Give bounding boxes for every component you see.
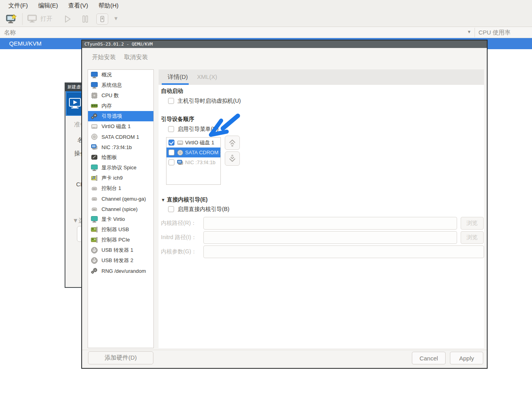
browse-button[interactable]: 浏览 <box>461 217 484 230</box>
kernel-field-input[interactable] <box>203 245 484 258</box>
boot-device-row[interactable]: VirtIO 磁盘 1 <box>166 138 220 148</box>
kernel-field-input[interactable] <box>203 231 457 244</box>
column-name[interactable]: 名称 <box>4 29 16 36</box>
boot-device-checkbox[interactable] <box>168 149 174 155</box>
chevron-down-icon: ▼ <box>113 15 119 21</box>
sidebar-item-label: 引导选项 <box>101 113 122 120</box>
begin-install-button[interactable]: 开始安装 <box>92 54 116 61</box>
menu-item[interactable]: 查看(V) <box>63 2 93 10</box>
sidebar-item-label: 控制器 PCIe <box>101 236 130 243</box>
column-separator <box>475 28 475 37</box>
sidebar-item-channel-(qemu-ga)[interactable]: Channel (qemu-ga) <box>88 194 153 204</box>
new-vm-button[interactable] <box>5 13 17 25</box>
sidebar-item-usb-转发器-1[interactable]: USB 转发器 1 <box>88 245 153 255</box>
autostart-checkbox-label[interactable]: 主机引导时启动虚拟机(U) <box>178 98 241 105</box>
disk-icon <box>177 139 184 146</box>
kernel-enable-checkbox[interactable] <box>168 206 174 212</box>
open-button[interactable]: 打开 <box>27 14 52 23</box>
nic-icon <box>90 143 98 151</box>
monitor-blue-icon <box>90 71 98 79</box>
boot-device-label: SATA CDROM 1 <box>185 149 223 155</box>
shutdown-button[interactable] <box>96 13 108 25</box>
sidebar-item-声卡-ich9[interactable]: 声卡 ich9 <box>88 173 153 183</box>
sidebar-item-virtio-磁盘-1[interactable]: VirtIO 磁盘 1 <box>88 121 153 132</box>
sidebar-item-label: Channel (spice) <box>101 206 138 212</box>
shutdown-menu-button[interactable]: ▼ <box>113 15 119 21</box>
cdrom-icon <box>90 133 98 141</box>
kernel-field-label: 内核路径(R)： <box>161 220 196 227</box>
move-down-button[interactable] <box>225 151 240 166</box>
sort-caret-icon[interactable]: ▼ <box>467 29 471 34</box>
sidebar-item-引导选项[interactable]: 引导选项 <box>88 111 153 121</box>
sidebar-item-显卡-virtio[interactable]: 显卡 Virtio <box>88 214 153 224</box>
run-button[interactable] <box>63 14 72 24</box>
boot-device-row[interactable]: SATA CDROM 1 <box>166 148 220 157</box>
sidebar-item-控制器-pcie[interactable]: 控制器 PCIe <box>88 235 153 245</box>
move-up-button[interactable] <box>225 136 240 150</box>
sidebar-item-内存[interactable]: 内存 <box>88 101 153 111</box>
nic-icon <box>177 159 184 166</box>
boot-device-label: NIC :73:f4:1b <box>185 159 216 165</box>
cancel-button[interactable]: Cancel <box>412 352 446 364</box>
cdrom-icon <box>177 149 184 156</box>
boot-order-heading: 引导设备顺序 <box>161 116 194 123</box>
sidebar-item-label: NIC :73:f4:1b <box>101 144 132 150</box>
sidebar-item-控制台-1[interactable]: 控制台 1 <box>88 183 153 194</box>
sidebar-item-系统信息[interactable]: 系统信息 <box>88 80 153 90</box>
tab-xml[interactable]: XML(X) <box>197 73 217 80</box>
sidebar-item-cpu-数[interactable]: CPU 数 <box>88 90 153 101</box>
sidebar-item-usb-转发器-2[interactable]: USB 转发器 2 <box>88 255 153 266</box>
toolbar: 打开 ▼ <box>0 11 532 27</box>
sidebar-item-绘图板[interactable]: 绘图板 <box>88 152 153 163</box>
sidebar-item-rng-/dev/urandom[interactable]: RNG /dev/urandom <box>88 266 153 276</box>
memory-icon <box>90 102 98 110</box>
boot-device-row[interactable]: NIC :73:f4:1b <box>166 157 220 167</box>
sidebar-item-控制器-usb[interactable]: 控制器 USB <box>88 224 153 235</box>
sidebar-item-label: 绘图板 <box>101 154 117 161</box>
card-icon <box>90 236 98 244</box>
dialog-titlebar[interactable]: CTyunOS-23.01.2 - QEMU/KVM <box>82 40 487 48</box>
shutdown-icon <box>100 15 105 23</box>
autostart-checkbox[interactable] <box>168 98 174 104</box>
add-hardware-button[interactable]: 添加硬件(D) <box>88 351 153 364</box>
tab-details[interactable]: 详情(D) <box>168 73 188 81</box>
play-icon <box>63 14 72 24</box>
browse-button[interactable]: 浏览 <box>461 231 484 244</box>
cancel-install-button[interactable]: 取消安装 <box>124 54 148 61</box>
usb-icon <box>90 246 98 254</box>
sidebar-item-label: 显卡 Virtio <box>101 216 125 223</box>
sidebar-item-label: USB 转发器 2 <box>101 257 133 264</box>
tabbar: 详情(D)XML(X) <box>159 69 484 85</box>
sidebar-item-概况[interactable]: 概况 <box>88 70 153 80</box>
serial-icon <box>90 205 98 213</box>
pause-button[interactable] <box>80 14 90 24</box>
kernel-field-input[interactable] <box>203 217 457 230</box>
boot-device-checkbox[interactable] <box>168 140 174 146</box>
menu-item[interactable]: 帮助(H) <box>93 2 124 10</box>
sidebar-item-label: 声卡 ich9 <box>101 174 122 182</box>
sidebar-item-nic-:73:f4:1b[interactable]: NIC :73:f4:1b <box>88 142 153 152</box>
open-button-label: 打开 <box>40 15 52 23</box>
apply-button[interactable]: Apply <box>450 352 483 364</box>
kernel-enable-checkbox-label[interactable]: 启用直接内核引导(B) <box>178 206 230 213</box>
footer-separator <box>82 350 487 350</box>
vm-details-dialog: CTyunOS-23.01.2 - QEMU/KVM 开始安装 取消安装 概况系… <box>81 40 488 369</box>
menu-item[interactable]: 文件(F) <box>3 2 33 10</box>
boot-menu-checkbox-label[interactable]: 启用引导菜单(N) <box>178 126 218 133</box>
sidebar-item-label: 内存 <box>101 102 112 109</box>
boot-menu-checkbox[interactable] <box>168 126 174 132</box>
gears-icon <box>90 267 98 275</box>
boot-device-checkbox[interactable] <box>168 159 174 165</box>
sidebar-item-显示协议-spice[interactable]: 显示协议 Spice <box>88 163 153 173</box>
kernel-expander-icon[interactable]: ▼ <box>161 197 165 202</box>
sidebar-item-label: CPU 数 <box>101 92 119 99</box>
sidebar-item-label: Channel (qemu-ga) <box>101 196 146 202</box>
menu-item[interactable]: 编辑(E) <box>33 2 63 10</box>
sidebar-item-label: USB 转发器 1 <box>101 247 133 254</box>
pause-icon <box>80 14 90 24</box>
kernel-heading[interactable]: 直接内核引导(E) <box>167 196 208 203</box>
column-cpu-usage[interactable]: CPU 使用率 <box>478 29 511 36</box>
sidebar-item-sata-cdrom-1[interactable]: SATA CDROM 1 <box>88 132 153 142</box>
sidebar-item-channel-(spice)[interactable]: Channel (spice) <box>88 204 153 214</box>
virt-manager-window: 文件(F)编辑(E)查看(V)帮助(H) 打开 <box>0 0 532 410</box>
